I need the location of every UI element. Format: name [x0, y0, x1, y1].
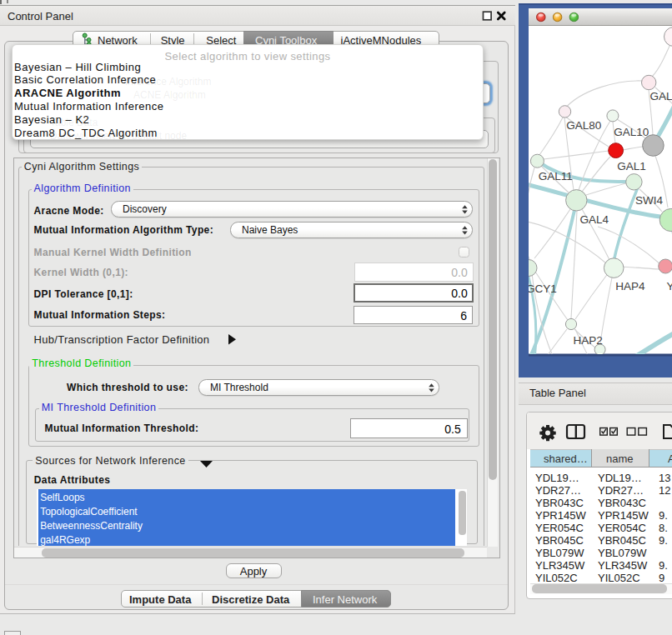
- svg-text:HAP4: HAP4: [615, 280, 645, 292]
- svg-text:GCY1: GCY1: [526, 282, 557, 295]
- svg-text:GAL: GAL: [650, 90, 672, 102]
- svg-text:SWI4: SWI4: [635, 194, 663, 207]
- svg-text:GAL11: GAL11: [539, 170, 573, 182]
- svg-text:GAL1: GAL1: [617, 160, 646, 172]
- svg-text:GAL4: GAL4: [580, 213, 609, 226]
- svg-text:GAL80: GAL80: [566, 119, 601, 132]
- svg-text:HAP2: HAP2: [574, 334, 603, 347]
- svg-text:Y: Y: [666, 280, 672, 292]
- svg-text:GAL10: GAL10: [614, 126, 649, 138]
